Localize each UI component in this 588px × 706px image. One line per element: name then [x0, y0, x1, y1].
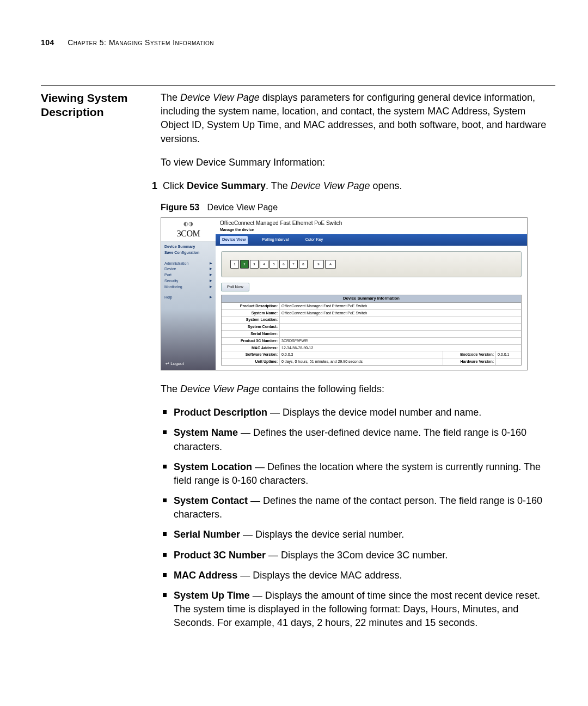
table-row: System Name:OfficeConnect Managed Fast E…: [222, 310, 521, 317]
list-item: Serial Number — Displays the device seri…: [161, 528, 555, 541]
table-row: Product 3C Number:3CRDSF9PWR: [222, 338, 521, 345]
port-a[interactable]: A: [325, 260, 336, 269]
list-item: System Name — Defines the user-defined d…: [161, 426, 555, 453]
table-row: Unit Uptime: 0 days, 0 hours, 51 minutes…: [222, 358, 521, 365]
port-1[interactable]: 1: [230, 260, 239, 269]
list-item: Product 3C Number — Displays the 3Com de…: [161, 549, 555, 562]
port-8[interactable]: 8: [299, 260, 308, 269]
lead-in: To view Device Summary Information:: [161, 156, 555, 169]
tab-polling-interval[interactable]: Polling Interval: [260, 236, 291, 244]
table-row: Product Description:OfficeConnect Manage…: [222, 303, 521, 310]
nav-administration[interactable]: Administration▶: [164, 261, 212, 266]
step-1: 1 Click Device Summary. The Device View …: [161, 179, 555, 193]
nav-block-mid: Administration▶ Device▶ Port▶ Security▶ …: [161, 258, 216, 293]
list-item: System Contact — Defines the name of the…: [161, 494, 555, 521]
table-row: System Contact:: [222, 324, 521, 331]
chevron-right-icon: ▶: [210, 261, 212, 266]
chevron-right-icon: ▶: [210, 278, 212, 284]
figure-caption: Figure 53 Device View Page: [161, 202, 555, 214]
section-title: Viewing System Description: [41, 91, 161, 120]
table-row: Serial Number:: [222, 331, 521, 338]
shot-main: OfficeConnect Managed Fast Ethernet PoE …: [216, 218, 527, 370]
list-item: System Location — Defines the location w…: [161, 460, 555, 488]
running-head: 104 Chapter 5: Managing System Informati…: [41, 38, 555, 47]
page-number: 104: [41, 38, 54, 47]
list-item: System Up Time — Displays the amount of …: [161, 589, 555, 630]
nav-save-config[interactable]: Save Configuration: [164, 250, 212, 255]
nav-security[interactable]: Security▶: [164, 278, 212, 284]
device-summary-table: Device Summary Information Product Descr…: [221, 295, 522, 366]
step-number: 1: [145, 179, 157, 193]
logout-link[interactable]: Logout: [166, 361, 184, 367]
table-row: MAC Address:12-34-56-78-90-12: [222, 345, 521, 352]
list-item: MAC Address — Displays the device MAC ad…: [161, 569, 555, 582]
poll-now-button[interactable]: Poll Now: [221, 283, 249, 292]
port-7[interactable]: 7: [289, 260, 298, 269]
nav-help[interactable]: Help▶: [164, 295, 212, 300]
tab-color-key[interactable]: Color Key: [303, 236, 325, 244]
port-9[interactable]: 9: [313, 260, 324, 269]
port-3[interactable]: 3: [250, 260, 259, 269]
port-6[interactable]: 6: [279, 260, 288, 269]
table-row: System Location:: [222, 317, 521, 324]
shot-title: OfficeConnect Managed Fast Ethernet PoE …: [216, 218, 527, 227]
port-2[interactable]: 2: [240, 260, 249, 269]
intro-paragraph: The Device View Page displays parameters…: [161, 91, 555, 146]
table-header: Device Summary Information: [222, 295, 521, 303]
section-rule: [41, 85, 555, 86]
nav-port[interactable]: Port▶: [164, 272, 212, 278]
fields-list: Product Description — Displays the devic…: [161, 406, 555, 630]
table-row: Software Version: 0.0.0.3 Bootcode Versi…: [222, 351, 521, 358]
nav-block-top: Device Summary Save Configuration: [161, 241, 216, 258]
main-content: The Device View Page displays parameters…: [161, 91, 555, 637]
chevron-right-icon: ▶: [210, 284, 212, 290]
nav-monitoring[interactable]: Monitoring▶: [164, 284, 212, 290]
screenshot: ◐◑ 3COM Device Summary Save Configuratio…: [161, 217, 528, 370]
chevron-right-icon: ▶: [210, 272, 212, 278]
chevron-right-icon: ▶: [210, 295, 212, 300]
nav-device[interactable]: Device▶: [164, 266, 212, 272]
brand-logo: 3COM: [161, 228, 216, 240]
nav-device-summary[interactable]: Device Summary: [164, 244, 212, 249]
tab-device-view[interactable]: Device View: [220, 236, 248, 244]
chapter-title: Chapter 5: Managing System Information: [68, 38, 214, 47]
after-figure-text: The Device View Page contains the follow…: [161, 382, 555, 396]
globe-icon: ◐◑: [161, 220, 216, 228]
port-4[interactable]: 4: [260, 260, 268, 269]
port-5[interactable]: 5: [270, 260, 278, 269]
chevron-right-icon: ▶: [210, 266, 212, 272]
logo-area: ◐◑ 3COM: [161, 218, 216, 241]
tab-strip: Device View Polling Interval Color Key: [216, 234, 527, 246]
shot-subtitle: Manage the device: [216, 227, 527, 235]
nav-block-help: Help▶: [161, 292, 216, 303]
list-item: Product Description — Displays the devic…: [161, 406, 555, 419]
shot-sidebar: ◐◑ 3COM Device Summary Save Configuratio…: [161, 218, 216, 370]
port-panel: 1 2 3 4 5 6 7 8 9 A: [221, 251, 522, 277]
